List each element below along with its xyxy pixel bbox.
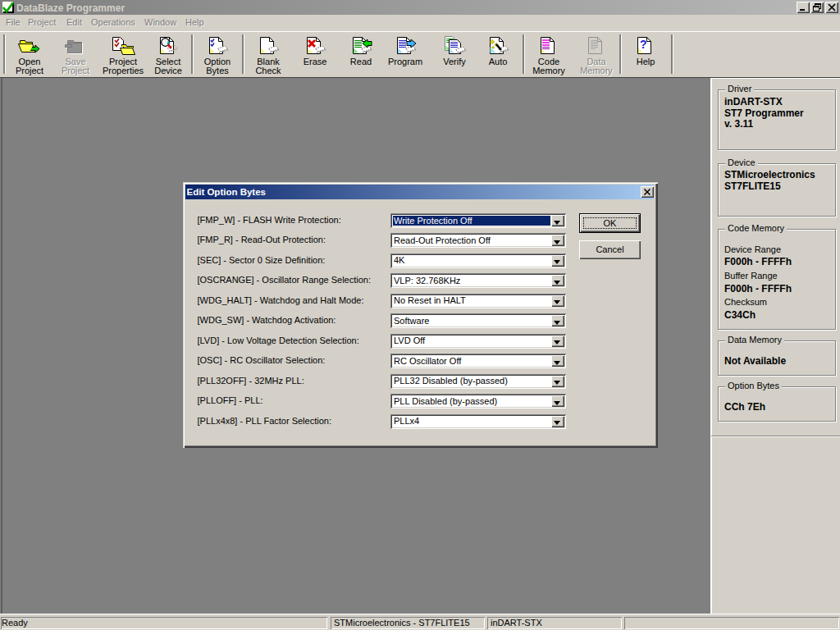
svg-text:?: ? — [640, 38, 647, 51]
